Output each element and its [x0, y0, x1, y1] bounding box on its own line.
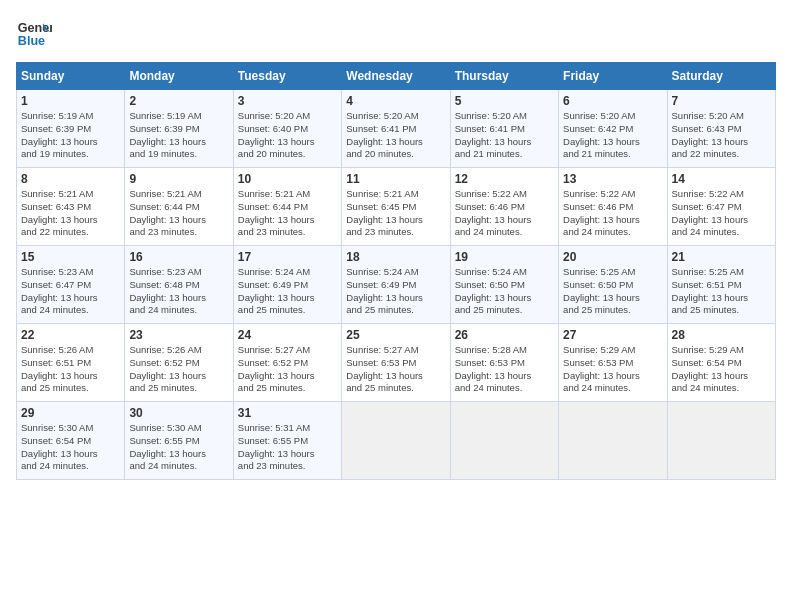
calendar-cell: 17Sunrise: 5:24 AMSunset: 6:49 PMDayligh…: [233, 246, 341, 324]
day-detail: Sunrise: 5:30 AMSunset: 6:54 PMDaylight:…: [21, 422, 120, 473]
day-number: 6: [563, 94, 662, 108]
calendar-cell: 14Sunrise: 5:22 AMSunset: 6:47 PMDayligh…: [667, 168, 775, 246]
day-detail: Sunrise: 5:29 AMSunset: 6:53 PMDaylight:…: [563, 344, 662, 395]
day-number: 23: [129, 328, 228, 342]
calendar-cell: 20Sunrise: 5:25 AMSunset: 6:50 PMDayligh…: [559, 246, 667, 324]
day-number: 18: [346, 250, 445, 264]
calendar-cell: 5Sunrise: 5:20 AMSunset: 6:41 PMDaylight…: [450, 90, 558, 168]
svg-text:Blue: Blue: [18, 34, 45, 48]
logo: General Blue: [16, 16, 52, 52]
calendar-cell: [450, 402, 558, 480]
day-number: 28: [672, 328, 771, 342]
calendar-cell: 7Sunrise: 5:20 AMSunset: 6:43 PMDaylight…: [667, 90, 775, 168]
calendar-cell: 9Sunrise: 5:21 AMSunset: 6:44 PMDaylight…: [125, 168, 233, 246]
day-detail: Sunrise: 5:19 AMSunset: 6:39 PMDaylight:…: [129, 110, 228, 161]
calendar-cell: [667, 402, 775, 480]
day-detail: Sunrise: 5:31 AMSunset: 6:55 PMDaylight:…: [238, 422, 337, 473]
day-number: 5: [455, 94, 554, 108]
week-row-5: 29Sunrise: 5:30 AMSunset: 6:54 PMDayligh…: [17, 402, 776, 480]
day-number: 21: [672, 250, 771, 264]
day-detail: Sunrise: 5:24 AMSunset: 6:50 PMDaylight:…: [455, 266, 554, 317]
day-detail: Sunrise: 5:30 AMSunset: 6:55 PMDaylight:…: [129, 422, 228, 473]
day-detail: Sunrise: 5:23 AMSunset: 6:47 PMDaylight:…: [21, 266, 120, 317]
day-detail: Sunrise: 5:26 AMSunset: 6:51 PMDaylight:…: [21, 344, 120, 395]
day-detail: Sunrise: 5:23 AMSunset: 6:48 PMDaylight:…: [129, 266, 228, 317]
day-number: 24: [238, 328, 337, 342]
page-header: General Blue: [16, 16, 776, 52]
calendar-cell: 18Sunrise: 5:24 AMSunset: 6:49 PMDayligh…: [342, 246, 450, 324]
calendar-cell: 29Sunrise: 5:30 AMSunset: 6:54 PMDayligh…: [17, 402, 125, 480]
day-detail: Sunrise: 5:26 AMSunset: 6:52 PMDaylight:…: [129, 344, 228, 395]
day-number: 29: [21, 406, 120, 420]
calendar-cell: 12Sunrise: 5:22 AMSunset: 6:46 PMDayligh…: [450, 168, 558, 246]
calendar-cell: 1Sunrise: 5:19 AMSunset: 6:39 PMDaylight…: [17, 90, 125, 168]
day-detail: Sunrise: 5:27 AMSunset: 6:53 PMDaylight:…: [346, 344, 445, 395]
day-number: 16: [129, 250, 228, 264]
calendar-table: SundayMondayTuesdayWednesdayThursdayFrid…: [16, 62, 776, 480]
header-saturday: Saturday: [667, 63, 775, 90]
calendar-cell: 28Sunrise: 5:29 AMSunset: 6:54 PMDayligh…: [667, 324, 775, 402]
day-number: 2: [129, 94, 228, 108]
day-number: 3: [238, 94, 337, 108]
header-wednesday: Wednesday: [342, 63, 450, 90]
day-number: 13: [563, 172, 662, 186]
day-detail: Sunrise: 5:28 AMSunset: 6:53 PMDaylight:…: [455, 344, 554, 395]
day-detail: Sunrise: 5:22 AMSunset: 6:47 PMDaylight:…: [672, 188, 771, 239]
day-number: 7: [672, 94, 771, 108]
day-detail: Sunrise: 5:22 AMSunset: 6:46 PMDaylight:…: [563, 188, 662, 239]
day-number: 4: [346, 94, 445, 108]
day-number: 25: [346, 328, 445, 342]
day-number: 1: [21, 94, 120, 108]
week-row-4: 22Sunrise: 5:26 AMSunset: 6:51 PMDayligh…: [17, 324, 776, 402]
day-number: 22: [21, 328, 120, 342]
day-number: 17: [238, 250, 337, 264]
day-number: 15: [21, 250, 120, 264]
calendar-cell: 3Sunrise: 5:20 AMSunset: 6:40 PMDaylight…: [233, 90, 341, 168]
day-detail: Sunrise: 5:21 AMSunset: 6:43 PMDaylight:…: [21, 188, 120, 239]
day-number: 27: [563, 328, 662, 342]
calendar-cell: 15Sunrise: 5:23 AMSunset: 6:47 PMDayligh…: [17, 246, 125, 324]
day-number: 30: [129, 406, 228, 420]
day-number: 31: [238, 406, 337, 420]
header-friday: Friday: [559, 63, 667, 90]
header-sunday: Sunday: [17, 63, 125, 90]
day-detail: Sunrise: 5:19 AMSunset: 6:39 PMDaylight:…: [21, 110, 120, 161]
calendar-cell: 8Sunrise: 5:21 AMSunset: 6:43 PMDaylight…: [17, 168, 125, 246]
calendar-cell: 31Sunrise: 5:31 AMSunset: 6:55 PMDayligh…: [233, 402, 341, 480]
day-detail: Sunrise: 5:21 AMSunset: 6:44 PMDaylight:…: [238, 188, 337, 239]
logo-icon: General Blue: [16, 16, 52, 52]
calendar-cell: [342, 402, 450, 480]
day-detail: Sunrise: 5:20 AMSunset: 6:42 PMDaylight:…: [563, 110, 662, 161]
day-number: 19: [455, 250, 554, 264]
calendar-cell: 30Sunrise: 5:30 AMSunset: 6:55 PMDayligh…: [125, 402, 233, 480]
day-detail: Sunrise: 5:24 AMSunset: 6:49 PMDaylight:…: [238, 266, 337, 317]
calendar-cell: 6Sunrise: 5:20 AMSunset: 6:42 PMDaylight…: [559, 90, 667, 168]
day-number: 10: [238, 172, 337, 186]
calendar-cell: 2Sunrise: 5:19 AMSunset: 6:39 PMDaylight…: [125, 90, 233, 168]
calendar-cell: 10Sunrise: 5:21 AMSunset: 6:44 PMDayligh…: [233, 168, 341, 246]
day-detail: Sunrise: 5:21 AMSunset: 6:45 PMDaylight:…: [346, 188, 445, 239]
day-detail: Sunrise: 5:25 AMSunset: 6:51 PMDaylight:…: [672, 266, 771, 317]
day-detail: Sunrise: 5:29 AMSunset: 6:54 PMDaylight:…: [672, 344, 771, 395]
day-detail: Sunrise: 5:20 AMSunset: 6:40 PMDaylight:…: [238, 110, 337, 161]
day-detail: Sunrise: 5:27 AMSunset: 6:52 PMDaylight:…: [238, 344, 337, 395]
header-thursday: Thursday: [450, 63, 558, 90]
calendar-cell: 4Sunrise: 5:20 AMSunset: 6:41 PMDaylight…: [342, 90, 450, 168]
calendar-cell: 25Sunrise: 5:27 AMSunset: 6:53 PMDayligh…: [342, 324, 450, 402]
day-number: 14: [672, 172, 771, 186]
week-row-1: 1Sunrise: 5:19 AMSunset: 6:39 PMDaylight…: [17, 90, 776, 168]
calendar-cell: 16Sunrise: 5:23 AMSunset: 6:48 PMDayligh…: [125, 246, 233, 324]
day-number: 8: [21, 172, 120, 186]
header-monday: Monday: [125, 63, 233, 90]
day-number: 9: [129, 172, 228, 186]
day-number: 20: [563, 250, 662, 264]
calendar-cell: 24Sunrise: 5:27 AMSunset: 6:52 PMDayligh…: [233, 324, 341, 402]
calendar-cell: 27Sunrise: 5:29 AMSunset: 6:53 PMDayligh…: [559, 324, 667, 402]
day-detail: Sunrise: 5:24 AMSunset: 6:49 PMDaylight:…: [346, 266, 445, 317]
day-detail: Sunrise: 5:20 AMSunset: 6:43 PMDaylight:…: [672, 110, 771, 161]
calendar-cell: 19Sunrise: 5:24 AMSunset: 6:50 PMDayligh…: [450, 246, 558, 324]
day-number: 26: [455, 328, 554, 342]
calendar-header-row: SundayMondayTuesdayWednesdayThursdayFrid…: [17, 63, 776, 90]
calendar-cell: 21Sunrise: 5:25 AMSunset: 6:51 PMDayligh…: [667, 246, 775, 324]
calendar-cell: 13Sunrise: 5:22 AMSunset: 6:46 PMDayligh…: [559, 168, 667, 246]
